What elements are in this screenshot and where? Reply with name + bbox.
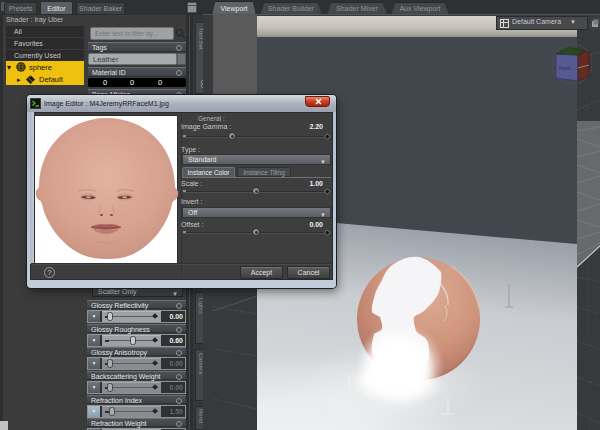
svg-text:Front: Front [559, 65, 571, 71]
